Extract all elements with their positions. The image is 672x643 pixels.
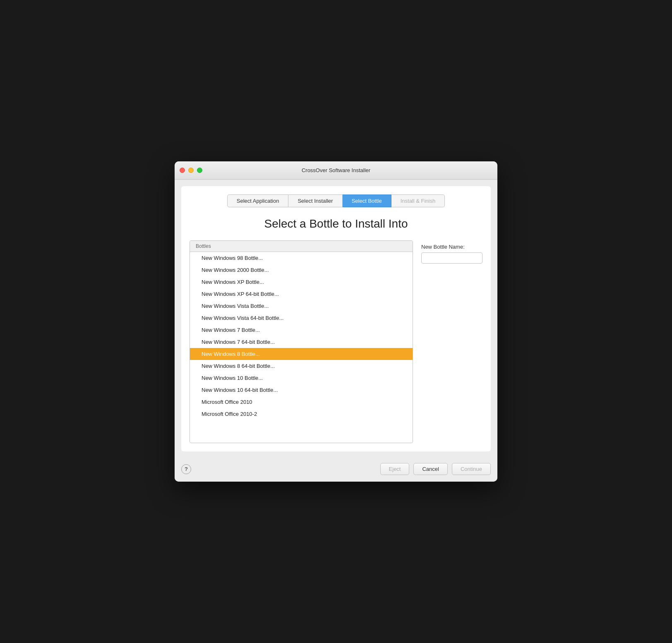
- bottle-item[interactable]: New Windows 7 64-bit Bottle...: [190, 336, 413, 348]
- close-button[interactable]: [180, 168, 185, 173]
- app-window: CrossOver Software Installer Select Appl…: [175, 161, 497, 482]
- content-area: Select Application Select Installer Sele…: [181, 186, 491, 451]
- bottle-item[interactable]: Microsoft Office 2010: [190, 396, 413, 408]
- bottles-list[interactable]: New Windows 98 Bottle...New Windows 2000…: [190, 252, 413, 442]
- tab-select-bottle[interactable]: Select Bottle: [343, 194, 391, 207]
- traffic-lights: [180, 168, 202, 173]
- bottle-item[interactable]: New Windows 8 Bottle...: [190, 348, 413, 360]
- maximize-button[interactable]: [197, 168, 202, 173]
- bottle-item[interactable]: New Windows 2000 Bottle...: [190, 264, 413, 276]
- titlebar: CrossOver Software Installer: [175, 161, 497, 180]
- right-panel: New Bottle Name:: [421, 240, 482, 264]
- main-layout: Bottles New Windows 98 Bottle...New Wind…: [190, 240, 482, 443]
- steps-nav: Select Application Select Installer Sele…: [190, 194, 482, 207]
- page-title: Select a Bottle to Install Into: [190, 217, 482, 230]
- help-button[interactable]: ?: [181, 464, 191, 474]
- bottle-item[interactable]: New Windows 8 64-bit Bottle...: [190, 360, 413, 372]
- footer: ? Eject Cancel Continue: [175, 458, 497, 482]
- bottle-item[interactable]: New Windows Vista Bottle...: [190, 300, 413, 312]
- bottles-header: Bottles: [190, 241, 413, 252]
- bottle-item[interactable]: New Windows 98 Bottle...: [190, 252, 413, 264]
- bottle-item[interactable]: New Windows 7 Bottle...: [190, 324, 413, 336]
- tab-select-installer[interactable]: Select Installer: [288, 194, 342, 207]
- bottle-name-label: New Bottle Name:: [421, 244, 482, 250]
- minimize-button[interactable]: [188, 168, 194, 173]
- bottle-item[interactable]: New Windows XP Bottle...: [190, 276, 413, 288]
- bottle-item[interactable]: New Windows Vista 64-bit Bottle...: [190, 312, 413, 324]
- cancel-button[interactable]: Cancel: [413, 463, 447, 475]
- bottle-name-input[interactable]: [421, 252, 482, 264]
- tab-install-finish: Install & Finish: [391, 194, 445, 207]
- window-title: CrossOver Software Installer: [302, 167, 370, 173]
- tab-select-application[interactable]: Select Application: [227, 194, 289, 207]
- footer-left: ?: [181, 464, 191, 474]
- bottle-item[interactable]: New Windows XP 64-bit Bottle...: [190, 288, 413, 300]
- bottle-item[interactable]: New Windows 10 64-bit Bottle...: [190, 384, 413, 396]
- bottles-container: Bottles New Windows 98 Bottle...New Wind…: [190, 240, 413, 443]
- continue-button[interactable]: Continue: [452, 463, 491, 475]
- bottle-item[interactable]: Microsoft Office 2010-2: [190, 408, 413, 420]
- bottle-item[interactable]: New Windows 10 Bottle...: [190, 372, 413, 384]
- eject-button[interactable]: Eject: [380, 463, 410, 475]
